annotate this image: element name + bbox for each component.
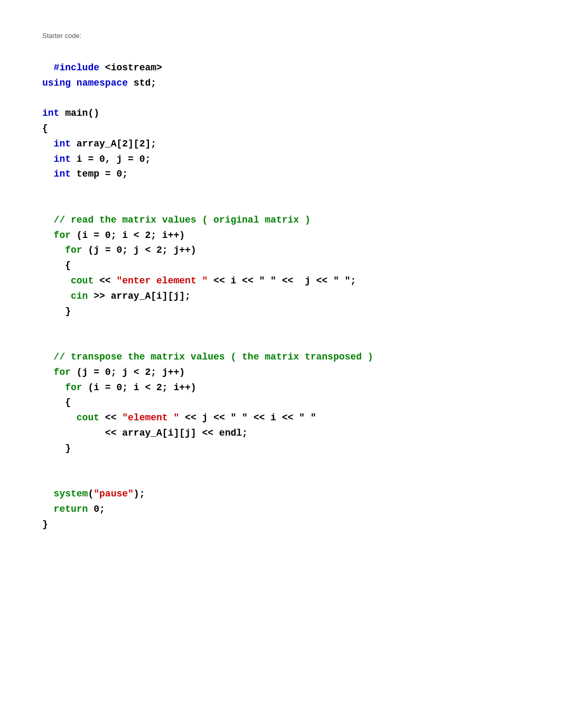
- string-pause: "pause": [94, 489, 134, 499]
- for-keyword-1: for: [54, 230, 71, 241]
- for-keyword-4: for: [65, 382, 82, 393]
- cin-keyword-1: cin: [71, 291, 88, 301]
- system-keyword: system: [54, 489, 88, 499]
- int-keyword-3: int: [54, 169, 71, 179]
- comment-2: // transpose the matrix values ( the mat…: [54, 352, 373, 362]
- namespace-keyword: namespace: [77, 78, 128, 88]
- int-keyword-2: int: [54, 154, 71, 164]
- cout-keyword-1: cout: [71, 275, 94, 286]
- starter-label: Starter code:: [42, 32, 519, 40]
- include-rest: <iostream>: [99, 62, 162, 73]
- include-keyword: #include: [54, 62, 99, 73]
- int-keyword-1: int: [54, 139, 71, 149]
- for-keyword-2: for: [65, 245, 82, 255]
- cout-keyword-2: cout: [77, 412, 99, 423]
- comment-1: // read the matrix values ( original mat…: [54, 215, 311, 225]
- code-block: #include <iostream> using namespace std;…: [42, 45, 519, 532]
- return-keyword: return: [54, 504, 88, 514]
- string-1: "enter element ": [116, 275, 208, 286]
- for-keyword-3: for: [54, 367, 71, 377]
- int-keyword-main: int: [42, 108, 59, 118]
- string-2: "element ": [122, 412, 179, 423]
- using-keyword: using: [42, 78, 71, 88]
